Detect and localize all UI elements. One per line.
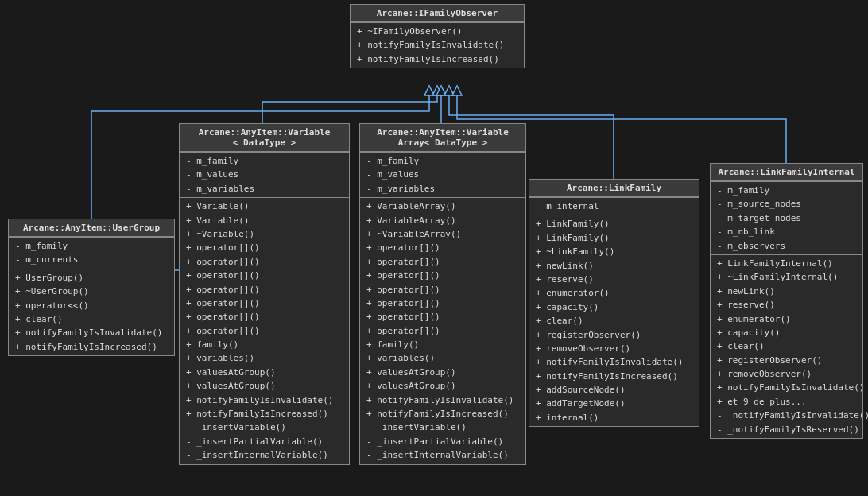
svg-marker-4 xyxy=(452,86,462,95)
diagram-container: Arcane::IFamilyObserver + ~IFamilyObserv… xyxy=(0,0,868,496)
svg-marker-3 xyxy=(444,86,454,95)
ifamily-member-1: + ~IFamilyObserver() xyxy=(355,25,519,38)
user-group-title: Arcane::AnyItem::UserGroup xyxy=(9,219,174,237)
user-group-box: Arcane::AnyItem::UserGroup - m_family - … xyxy=(8,219,175,356)
link-family-internal-methods: + LinkFamilyInternal() + ~LinkFamilyInte… xyxy=(711,254,862,438)
variable-datatype-fields: - m_family - m_values - m_variables xyxy=(180,152,349,197)
link-family-title: Arcane::LinkFamily xyxy=(529,180,699,197)
ifamily-observer-box: Arcane::IFamilyObserver + ~IFamilyObserv… xyxy=(350,4,525,68)
ifamily-member-3: + notifyFamilyIsIncreased() xyxy=(355,52,519,66)
svg-marker-1 xyxy=(436,86,446,95)
svg-marker-0 xyxy=(432,86,442,95)
link-family-internal-box: Arcane::LinkFamilyInternal - m_family - … xyxy=(710,163,863,439)
link-family-methods: + LinkFamily() + LinkFamily() + ~LinkFam… xyxy=(529,215,699,426)
user-group-fields: - m_family - m_currents xyxy=(9,237,174,269)
variable-array-methods: + VariableArray() + VariableArray() + ~V… xyxy=(360,197,525,463)
link-family-box: Arcane::LinkFamily - m_internal + LinkFa… xyxy=(529,179,699,427)
variable-array-datatype-box: Arcane::AnyItem::VariableArray< DataType… xyxy=(359,123,526,465)
svg-marker-2 xyxy=(424,86,434,95)
link-family-internal-title: Arcane::LinkFamilyInternal xyxy=(711,164,862,181)
variable-array-fields: - m_family - m_values - m_variables xyxy=(360,152,525,197)
ifamily-observer-title: Arcane::IFamilyObserver xyxy=(351,5,524,22)
ifamily-member-2: + notifyFamilyIsInvalidate() xyxy=(355,38,519,52)
ifamily-observer-members: + ~IFamilyObserver() + notifyFamilyIsInv… xyxy=(351,22,524,68)
variable-datatype-box: Arcane::AnyItem::Variable< DataType > - … xyxy=(179,123,350,465)
link-family-internal-fields: - m_family - m_source_nodes - m_target_n… xyxy=(711,181,862,254)
link-family-fields: - m_internal xyxy=(529,197,699,215)
variable-datatype-methods: + Variable() + Variable() + ~Variable() … xyxy=(180,197,349,463)
variable-datatype-title: Arcane::AnyItem::Variable< DataType > xyxy=(180,124,349,152)
variable-array-datatype-title: Arcane::AnyItem::VariableArray< DataType… xyxy=(360,124,525,152)
user-group-methods: + UserGroup() + ~UserGroup() + operator<… xyxy=(9,269,174,355)
